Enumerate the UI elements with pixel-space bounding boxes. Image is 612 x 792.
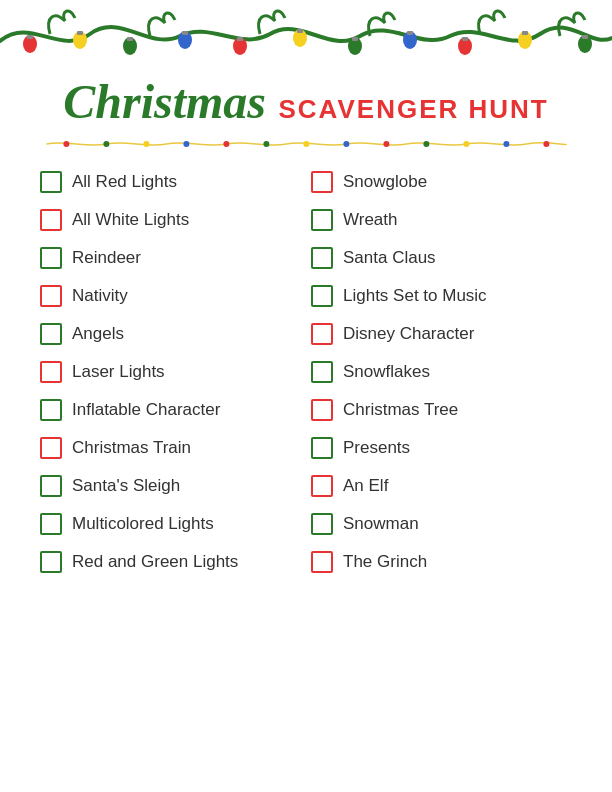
list-item[interactable]: Multicolored Lights xyxy=(40,505,301,543)
check-label: Lights Set to Music xyxy=(343,286,487,306)
checkbox[interactable] xyxy=(40,285,62,307)
check-label: Angels xyxy=(72,324,124,344)
list-item[interactable]: Santa Claus xyxy=(311,239,572,277)
svg-rect-1 xyxy=(27,35,33,39)
check-label: Disney Character xyxy=(343,324,474,344)
list-item[interactable]: An Elf xyxy=(311,467,572,505)
list-item[interactable]: Santa's Sleigh xyxy=(40,467,301,505)
checkbox[interactable] xyxy=(40,323,62,345)
check-label: Wreath xyxy=(343,210,398,230)
checkbox[interactable] xyxy=(40,475,62,497)
title-christmas: Christmas xyxy=(63,75,266,128)
list-item[interactable]: Angels xyxy=(40,315,301,353)
list-item[interactable]: Lights Set to Music xyxy=(311,277,572,315)
check-label: Nativity xyxy=(72,286,128,306)
title-area: Christmas SCAVENGER HUNT xyxy=(0,70,612,135)
check-label: Reindeer xyxy=(72,248,141,268)
svg-rect-3 xyxy=(77,31,83,35)
checkbox[interactable] xyxy=(311,323,333,345)
checkbox[interactable] xyxy=(40,361,62,383)
svg-point-27 xyxy=(263,141,269,147)
svg-point-29 xyxy=(343,141,349,147)
checkbox[interactable] xyxy=(311,247,333,269)
check-label: Presents xyxy=(343,438,410,458)
check-label: All Red Lights xyxy=(72,172,177,192)
svg-point-32 xyxy=(463,141,469,147)
svg-rect-19 xyxy=(522,31,528,35)
check-label: Snowflakes xyxy=(343,362,430,382)
check-label: All White Lights xyxy=(72,210,189,230)
checkbox[interactable] xyxy=(40,551,62,573)
check-label: Santa Claus xyxy=(343,248,436,268)
check-label: Red and Green Lights xyxy=(72,552,238,572)
list-item[interactable]: Inflatable Character xyxy=(40,391,301,429)
list-item[interactable]: All White Lights xyxy=(40,201,301,239)
svg-point-33 xyxy=(503,141,509,147)
list-item[interactable]: Snowman xyxy=(311,505,572,543)
svg-rect-7 xyxy=(182,31,188,35)
checkbox[interactable] xyxy=(311,209,333,231)
checkbox[interactable] xyxy=(311,551,333,573)
checkbox[interactable] xyxy=(311,513,333,535)
svg-point-34 xyxy=(543,141,549,147)
checkbox[interactable] xyxy=(311,475,333,497)
svg-rect-21 xyxy=(582,35,588,39)
list-item[interactable]: Snowflakes xyxy=(311,353,572,391)
check-label: Multicolored Lights xyxy=(72,514,214,534)
page: Christmas SCAVENGER HUNT All Red LightsS… xyxy=(0,0,612,792)
check-label: Santa's Sleigh xyxy=(72,476,180,496)
list-item[interactable]: Snowglobe xyxy=(311,163,572,201)
checkbox[interactable] xyxy=(40,247,62,269)
check-label: An Elf xyxy=(343,476,388,496)
check-label: Snowglobe xyxy=(343,172,427,192)
divider-lights xyxy=(0,135,612,153)
list-item[interactable]: Disney Character xyxy=(311,315,572,353)
checkbox[interactable] xyxy=(311,285,333,307)
svg-point-24 xyxy=(143,141,149,147)
svg-point-31 xyxy=(423,141,429,147)
list-item[interactable]: Red and Green Lights xyxy=(40,543,301,581)
check-label: The Grinch xyxy=(343,552,427,572)
checkbox[interactable] xyxy=(40,171,62,193)
list-item[interactable]: Nativity xyxy=(40,277,301,315)
checkbox[interactable] xyxy=(311,361,333,383)
title-scavenger: SCAVENGER HUNT xyxy=(279,94,549,124)
svg-point-22 xyxy=(63,141,69,147)
check-label: Christmas Train xyxy=(72,438,191,458)
check-label: Laser Lights xyxy=(72,362,165,382)
lights-decoration xyxy=(0,0,612,70)
list-item[interactable]: Laser Lights xyxy=(40,353,301,391)
svg-rect-11 xyxy=(297,29,303,33)
checkbox[interactable] xyxy=(311,437,333,459)
svg-point-25 xyxy=(183,141,189,147)
svg-rect-5 xyxy=(127,37,133,41)
checkbox[interactable] xyxy=(40,399,62,421)
checkbox[interactable] xyxy=(40,437,62,459)
checklist: All Red LightsSnowglobeAll White LightsW… xyxy=(0,163,612,581)
svg-rect-13 xyxy=(352,37,358,41)
list-item[interactable]: Presents xyxy=(311,429,572,467)
checkbox[interactable] xyxy=(40,513,62,535)
checkbox[interactable] xyxy=(40,209,62,231)
list-item[interactable]: All Red Lights xyxy=(40,163,301,201)
list-item[interactable]: Wreath xyxy=(311,201,572,239)
svg-point-28 xyxy=(303,141,309,147)
check-label: Christmas Tree xyxy=(343,400,458,420)
list-item[interactable]: The Grinch xyxy=(311,543,572,581)
checkbox[interactable] xyxy=(311,399,333,421)
svg-rect-9 xyxy=(237,37,243,41)
checkbox[interactable] xyxy=(311,171,333,193)
svg-rect-15 xyxy=(407,31,413,35)
list-item[interactable]: Christmas Tree xyxy=(311,391,572,429)
list-item[interactable]: Christmas Train xyxy=(40,429,301,467)
check-label: Snowman xyxy=(343,514,419,534)
svg-point-26 xyxy=(223,141,229,147)
svg-rect-17 xyxy=(462,37,468,41)
list-item[interactable]: Reindeer xyxy=(40,239,301,277)
check-label: Inflatable Character xyxy=(72,400,220,420)
svg-point-23 xyxy=(103,141,109,147)
svg-point-30 xyxy=(383,141,389,147)
